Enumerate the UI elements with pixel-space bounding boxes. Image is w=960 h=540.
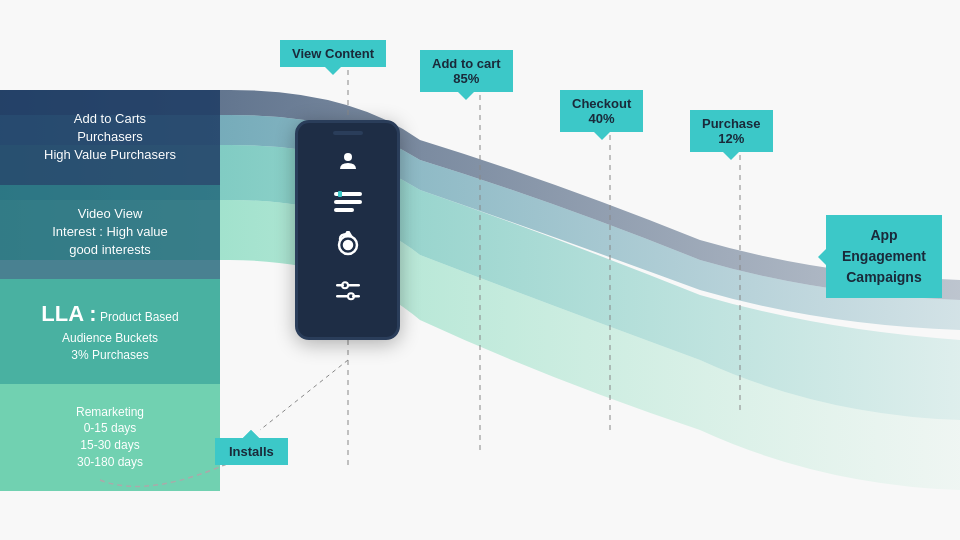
tooltip-checkout: Checkout 40% xyxy=(560,90,643,132)
tooltip-add-to-cart: Add to cart 85% xyxy=(420,50,513,92)
label-remarketing: Remarketing 0-15 days 15-30 days 30-180 … xyxy=(0,384,220,491)
phone-icon-user xyxy=(336,149,360,179)
main-container: Add to Carts Purchasers High Value Purch… xyxy=(0,0,960,540)
svg-point-15 xyxy=(342,282,348,288)
svg-rect-7 xyxy=(334,200,362,204)
tooltip-app-engagement: App Engagement Campaigns xyxy=(826,215,942,298)
tooltip-view-content: View Content xyxy=(280,40,386,67)
svg-line-4 xyxy=(260,360,348,430)
tooltip-purchase: Purchase 12% xyxy=(690,110,773,152)
phone-icon-list xyxy=(334,191,362,219)
label-video-view: Video View Interest : High value good in… xyxy=(0,185,220,280)
label-lla: LLA : Product Based Audience Buckets 3% … xyxy=(0,279,220,383)
phone-mockup xyxy=(295,120,400,340)
tooltip-installs: Installs xyxy=(215,438,288,465)
svg-point-18 xyxy=(348,293,354,299)
left-labels: Add to Carts Purchasers High Value Purch… xyxy=(0,90,220,491)
phone-icon-settings xyxy=(334,277,362,311)
svg-rect-9 xyxy=(338,191,342,197)
phone-icon-refresh xyxy=(334,231,362,265)
svg-rect-8 xyxy=(334,208,354,212)
svg-marker-12 xyxy=(345,231,351,236)
label-add-to-carts: Add to Carts Purchasers High Value Purch… xyxy=(0,90,220,185)
svg-point-5 xyxy=(344,153,352,161)
phone-notch xyxy=(333,131,363,135)
svg-point-11 xyxy=(344,241,352,249)
